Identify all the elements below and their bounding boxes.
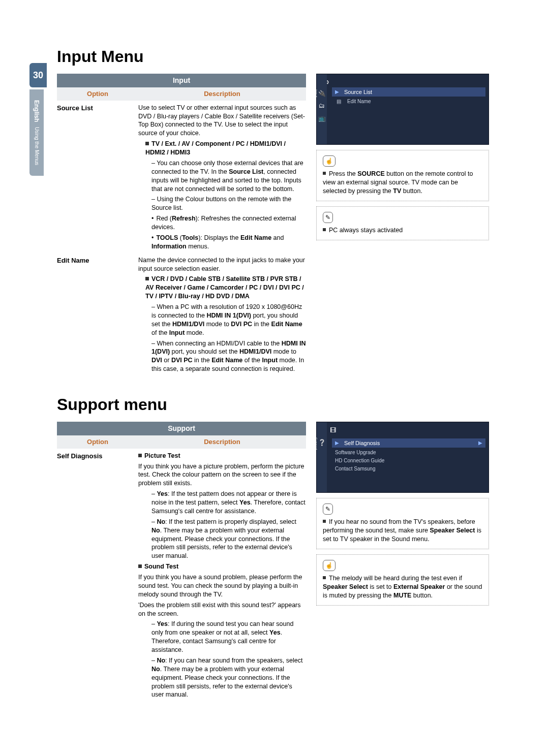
heading-input-menu: Input Menu — [57, 46, 499, 68]
col-description: Description — [138, 435, 306, 449]
osd-side-label: Support — [314, 437, 318, 450]
chevron-right-icon: ▶ — [335, 439, 339, 447]
osd-item-text: Contact Samsung — [335, 465, 376, 472]
col-option: Option — [57, 435, 138, 449]
info-icon: ✎ — [323, 212, 333, 223]
text: – Using the Colour buttons on the remote… — [151, 195, 306, 212]
desc-edit-name: Name the device connected to the input j… — [138, 256, 306, 375]
info-icon: ✎ — [323, 503, 333, 515]
osd-selected-text: Source List — [344, 88, 372, 96]
text: – When connecting an HDMI/DVI cable to t… — [151, 339, 306, 374]
side-tab: English Using the Menus — [29, 89, 44, 176]
osd-side-icons: ❔ — [317, 422, 327, 492]
osd-item: Contact Samsung — [332, 465, 485, 473]
osd-selected-text: Self Diagnosis — [344, 439, 380, 447]
option-self-diagnosis: Self Diagnosis — [57, 452, 138, 702]
osd-item-text: Software Upgrade — [335, 449, 376, 456]
hand-icon: ☝ — [323, 155, 336, 167]
text: Red (Refresh): Refreshes the connected e… — [151, 214, 306, 232]
text: Name the device connected to the input j… — [138, 256, 306, 273]
note-source-button: ☝ Press the SOURCE button on the remote … — [316, 150, 489, 201]
input-table: Input Option Description Source List Use… — [57, 74, 306, 375]
table-title: Support — [57, 422, 306, 435]
osd-side-label: Input — [314, 89, 318, 98]
text: VCR / DVD / Cable STB / Satellite STB / … — [145, 275, 306, 301]
option-edit-name: Edit Name — [57, 256, 138, 375]
note-text: Press the SOURCE button on the remote co… — [323, 170, 482, 196]
help-icon: ❔ — [318, 438, 326, 447]
support-table: Support Option Description Self Diagnosi… — [57, 422, 306, 701]
osd-item-text: Edit Name — [347, 98, 371, 105]
text: – You can choose only those external dev… — [151, 159, 306, 194]
page-number: 30 — [29, 63, 47, 87]
text: – When a PC with a resolution of 1920 x … — [151, 303, 306, 337]
text: TOOLS (Tools): Displays the Edit Name an… — [151, 234, 306, 251]
text: – No: If the test pattern is properly di… — [151, 518, 306, 560]
osd-item: HD Connection Guide — [332, 457, 485, 465]
osd-side-icons: 🔌 🗂 📺 — [317, 74, 327, 144]
text: – Yes: If during the sound test you can … — [151, 620, 306, 654]
hand-icon: ☝ — [323, 560, 336, 571]
osd-selected-row: ▶ Source List — [332, 87, 485, 97]
tv-icon: 📺 — [318, 114, 326, 122]
media-icon: 🎞 — [330, 426, 336, 434]
note-text: The melody will be heard during the test… — [323, 574, 482, 600]
chevron-right-icon: ▶ — [335, 88, 339, 96]
note-melody: ☝ The melody will be heard during the te… — [316, 554, 489, 606]
list-icon: ▤ — [335, 98, 342, 105]
text: – No: If you can hear sound from the spe… — [151, 656, 306, 699]
side-language: English — [33, 100, 41, 122]
osd-item-text: HD Connection Guide — [335, 457, 384, 464]
text: If you think you have a sound problem, p… — [138, 573, 306, 599]
text: Picture Test — [138, 452, 306, 460]
osd-support-preview: 🎞 ❔ Support ▶ Self Diagnosis ▶ Software … — [316, 422, 489, 493]
text: – Yes: If the test pattern does not appe… — [151, 490, 306, 516]
note-text: PC always stays activated — [323, 226, 482, 235]
table-title: Input — [57, 74, 306, 87]
desc-source-list: Use to select TV or other external input… — [138, 104, 306, 253]
option-source-list: Source List — [57, 104, 138, 253]
osd-input-preview: ⚙ 🔌 🗂 📺 Input ▶ Source List ▤ Edit Name — [316, 74, 489, 145]
osd-item: ▤ Edit Name — [332, 98, 485, 106]
folder-icon: 🗂 — [319, 102, 325, 110]
heading-support-menu: Support menu — [57, 394, 499, 416]
text: Sound Test — [138, 562, 306, 571]
osd-item: Software Upgrade — [332, 449, 485, 457]
text: Use to select TV or other external input… — [138, 104, 306, 138]
note-text: If you hear no sound from the TV's speak… — [323, 518, 482, 544]
chevron-right-icon: ▶ — [478, 439, 482, 447]
col-option: Option — [57, 87, 138, 101]
col-description: Description — [138, 87, 306, 101]
desc-self-diagnosis: Picture Test If you think you have a pic… — [138, 452, 306, 702]
text: 'Does the problem still exist with this … — [138, 601, 306, 618]
note-speaker-select: ✎ If you hear no sound from the TV's spe… — [316, 498, 489, 549]
side-section: Using the Menus — [33, 127, 40, 165]
plug-icon: 🔌 — [318, 89, 326, 98]
text: If you think you have a picture problem,… — [138, 462, 306, 488]
text: TV / Ext. / AV / Component / PC / HDMI1/… — [145, 140, 306, 157]
osd-selected-row: ▶ Self Diagnosis ▶ — [332, 438, 485, 448]
note-pc-activated: ✎ PC always stays activated — [316, 206, 489, 240]
